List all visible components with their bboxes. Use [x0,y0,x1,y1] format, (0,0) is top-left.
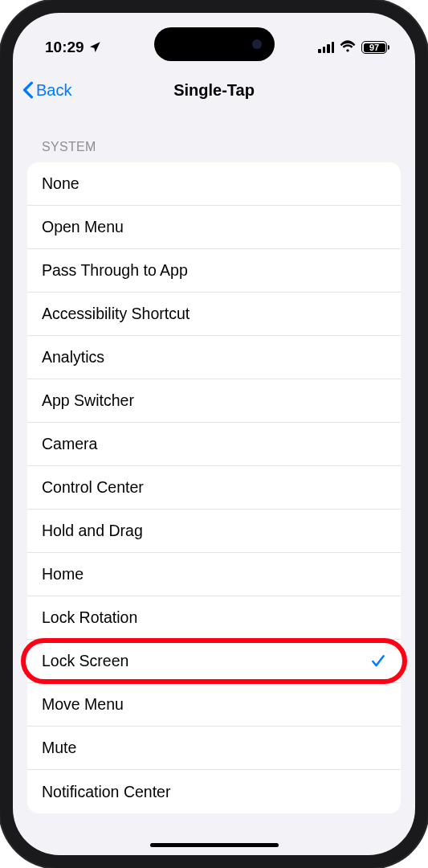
list-item-label: Accessibility Shortcut [42,305,190,323]
list-item-label: Mute [42,739,76,757]
list-item-label: Analytics [42,348,104,366]
list-item-label: Pass Through to App [42,261,188,280]
status-time: 10:29 [45,39,84,56]
options-list: NoneOpen MenuPass Through to AppAccessib… [27,162,401,813]
status-indicators: 97 [318,39,389,55]
list-item-label: Home [42,565,84,583]
list-item-label: App Switcher [42,391,134,410]
checkmark-icon [370,653,386,669]
list-item[interactable]: Control Center [27,466,401,510]
screen: 10:29 97 [13,13,415,855]
wifi-icon [340,39,356,55]
list-item-label: Move Menu [42,695,124,714]
battery-indicator: 97 [361,41,389,54]
list-item[interactable]: Analytics [27,336,401,379]
list-item-label: Open Menu [42,218,124,236]
list-item[interactable]: Open Menu [27,206,401,249]
list-item-label: None [42,174,79,193]
list-item[interactable]: Pass Through to App [27,249,401,293]
list-item-label: Hold and Drag [42,522,143,540]
navigation-bar: Back Single-Tap [13,69,415,111]
back-label: Back [36,81,71,100]
list-item[interactable]: Hold and Drag [27,510,401,553]
section-header: SYSTEM [13,111,415,162]
list-item[interactable]: Home [27,553,401,596]
page-title: Single-Tap [173,81,255,100]
list-item[interactable]: App Switcher [27,379,401,423]
back-button[interactable]: Back [22,81,71,100]
list-item[interactable]: Notification Center [27,770,401,813]
chevron-left-icon [22,81,34,99]
list-item-label: Notification Center [42,783,170,801]
list-item[interactable]: Lock Rotation [27,596,401,640]
list-item-label: Control Center [42,478,144,497]
phone-side-buttons-left [0,161,1,357]
list-item-label: Camera [42,435,97,453]
location-icon [88,41,101,54]
list-item[interactable]: Move Menu [27,683,401,727]
home-indicator[interactable] [150,843,279,847]
list-item-label: Lock Rotation [42,608,137,627]
dynamic-island [154,27,275,61]
list-item-label: Lock Screen [42,652,128,670]
cellular-signal-icon [318,42,334,53]
list-item[interactable]: None [27,162,401,206]
status-time-group: 10:29 [45,39,101,56]
content-area[interactable]: SYSTEM NoneOpen MenuPass Through to AppA… [13,111,415,855]
battery-percent: 97 [369,43,379,52]
list-item[interactable]: Camera [27,423,401,466]
phone-frame: 10:29 97 [0,0,428,868]
list-item[interactable]: Lock Screen [27,640,401,683]
list-item[interactable]: Accessibility Shortcut [27,293,401,336]
list-item[interactable]: Mute [27,727,401,770]
